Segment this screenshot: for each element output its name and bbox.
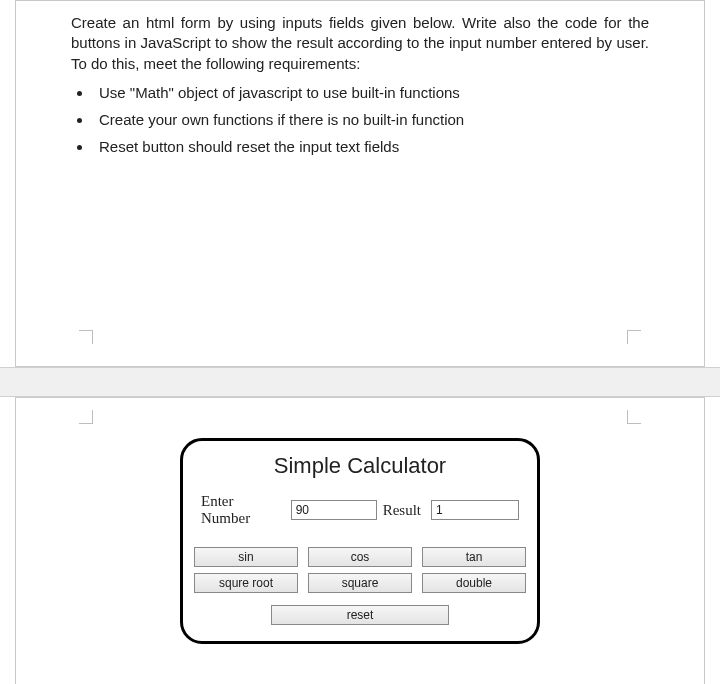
crop-mark-icon: [627, 410, 641, 424]
requirement-item: Reset button should reset the input text…: [93, 138, 649, 155]
reset-button[interactable]: reset: [271, 605, 449, 625]
page-1: Create an html form by using inputs fiel…: [15, 0, 705, 367]
double-button[interactable]: double: [422, 573, 526, 593]
page-separator: [0, 367, 720, 397]
enter-number-input[interactable]: [291, 500, 377, 520]
crop-mark-icon: [79, 330, 93, 344]
requirement-item: Create your own functions if there is no…: [93, 111, 649, 128]
enter-number-label: Enter Number: [201, 493, 281, 527]
calculator-title: Simple Calculator: [201, 453, 519, 479]
square-root-button[interactable]: squre root: [194, 573, 298, 593]
cos-button[interactable]: cos: [308, 547, 412, 567]
square-button[interactable]: square: [308, 573, 412, 593]
sin-button[interactable]: sin: [194, 547, 298, 567]
crop-mark-icon: [627, 330, 641, 344]
page-2: Simple Calculator Enter Number Result si…: [15, 397, 705, 684]
crop-mark-icon: [79, 410, 93, 424]
reset-row: reset: [201, 605, 519, 625]
button-grid: sin cos tan squre root square double: [201, 547, 519, 593]
result-label: Result: [383, 502, 421, 519]
question-intro: Create an html form by using inputs fiel…: [71, 13, 649, 74]
tan-button[interactable]: tan: [422, 547, 526, 567]
io-row: Enter Number Result: [201, 493, 519, 527]
calculator-frame: Simple Calculator Enter Number Result si…: [180, 438, 540, 644]
result-input[interactable]: [431, 500, 519, 520]
requirements-list: Use "Math" object of javascript to use b…: [93, 84, 649, 155]
requirement-item: Use "Math" object of javascript to use b…: [93, 84, 649, 101]
